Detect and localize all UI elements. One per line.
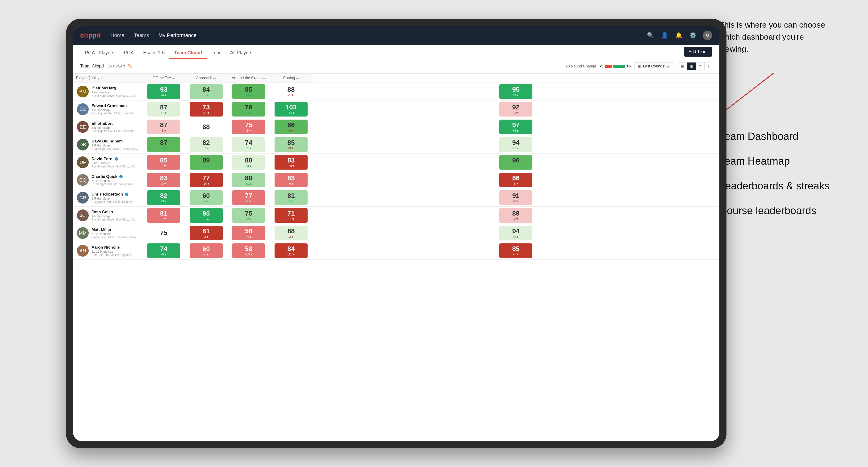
metric-value: 83 [160,175,167,181]
sort-arrow-tee[interactable]: — [172,76,175,80]
metric-box: 71 -11▼ [275,208,308,223]
heatmap-view-btn[interactable]: ▦ [687,63,696,70]
player-club: Gog Magog Golf Club, United Kingdom [92,147,139,151]
grid-view-btn[interactable]: ⊞ [678,63,687,70]
nav-teams[interactable]: Teams [134,32,149,38]
metric-box: 92 -3▼ [499,102,532,117]
metric-box: 94 +1▲ [499,137,532,152]
nav-my-performance[interactable]: My Performance [158,32,196,38]
metric-box: 77 -3▼ [232,190,265,205]
quality-cell: 74 +8▲ [143,242,185,260]
metric-box: 97 +5▲ [499,120,532,134]
settings-icon[interactable]: ⚙️ [689,31,697,40]
bell-icon[interactable]: 🔔 [675,31,683,40]
metric-value: 75 [245,210,252,217]
player-handicap: 6-10 Handicap [92,232,139,236]
sort-arrow-putting[interactable]: — [296,76,299,80]
player-name: Elliot Ebert [92,121,139,126]
table-row[interactable]: DF David Ford Plus Handicap Royal North … [73,154,719,171]
neg-bar [605,65,612,68]
metric-change: -6▼ [288,182,294,185]
col-player: Player Quality ▼ [73,73,143,83]
add-team-button[interactable]: Add Team [684,47,712,57]
pos-bar [613,65,625,68]
metric-value: 94 [512,228,519,235]
approach-cell: 58 +4▲ [227,224,270,242]
sort-arrow-green[interactable]: — [263,76,266,80]
nav-home[interactable]: Home [111,32,124,38]
dashboard-option[interactable]: Course leaderboards [719,205,861,217]
player-name: Josh Coles [92,210,139,214]
secondary-nav: PGAT Players PGA Hcaps 1-5 Team Clippd T… [73,45,719,59]
edit-icon[interactable]: ✏️ [128,64,132,68]
export-btn[interactable]: ↓ [705,63,712,70]
dashboard-option[interactable]: Team Dashboard [719,130,861,142]
top-nav: clippd Home Teams My Performance 🔍 👤 🔔 ⚙… [73,26,719,45]
metric-value: 80 [245,175,252,181]
quality-cell: 87 -3▼ [143,118,185,136]
tee-cell: 60 -1▼ [185,242,227,260]
metric-value: 89 [203,157,210,164]
tab-all-players[interactable]: All Players [225,50,257,59]
user-icon[interactable]: 👤 [660,31,669,40]
metric-box: 96 +3▲ [499,155,532,169]
approach-cell: 79 +9▲ [227,100,270,118]
table-row[interactable]: JC Josh Coles 1-5 Handicap Royal North D… [73,207,719,224]
tab-tour[interactable]: Tour [207,50,225,59]
table-row[interactable]: AN Aaron Nicholls 11-15 Handicap Drift G… [73,242,719,260]
view-buttons: ⊞ ▦ ≡ ↓ [678,62,712,70]
approach-cell: 85 +8▲ [227,83,270,100]
last-rounds-button[interactable]: ⊞ Last Rounds: 20 [634,62,674,70]
player-avatar: BM [77,86,89,97]
metric-value: 87 [160,122,167,128]
metric-value: 95 [512,86,519,93]
tab-hcaps[interactable]: Hcaps 1-5 [138,50,169,59]
player-name: Blair McHarg [92,86,139,91]
metric-box: 86 -6▼ [275,120,308,134]
metric-box: 84 -21▼ [275,243,308,258]
col-putting: Putting — [270,73,312,83]
metric-change: -1▼ [203,253,209,256]
metric-value: 82 [160,192,167,199]
metric-value: 85 [160,157,167,164]
metric-value: 91 [512,192,519,199]
metric-change: -3▼ [288,147,294,150]
tab-team-clippd[interactable]: Team Clippd [169,50,207,59]
search-icon[interactable]: 🔍 [646,31,655,40]
metric-box: 84 +6▲ [190,84,223,99]
table-row[interactable]: MM Matt Miller 6-10 Handicap Woburn Golf… [73,224,719,242]
sort-arrow-quality[interactable]: ▼ [100,76,103,80]
metric-value: 81 [160,210,167,217]
dashboard-option[interactable]: Leaderboards & streaks [719,180,861,192]
table-row[interactable]: EC Edward Crossman 1-5 Handicap Sunningd… [73,100,719,118]
table-row[interactable]: BM Blair McHarg Plus Handicap Royal Nort… [73,83,719,100]
avatar[interactable]: U [703,31,712,40]
logo: clippd [80,32,101,39]
metric-value: 80 [245,157,252,164]
table-row[interactable]: CR Chris Robertson 1-5 Handicap Craigmil… [73,189,719,207]
metric-box: 91 -3▼ [499,190,532,205]
table-row[interactable]: DB Dave Billingham 1-5 Handicap Gog Mago… [73,136,719,154]
dashboard-option[interactable]: Team Heatmap [719,155,861,167]
metric-box: 60 -1▼ [190,243,223,258]
metric-value: 96 [512,157,519,164]
table-row[interactable]: EE Elliot Ebert 1-5 Handicap Sunningdale… [73,118,719,136]
secondary-tabs: PGAT Players PGA Hcaps 1-5 Team Clippd T… [80,45,257,59]
table-row[interactable]: CQ Charlie Quick 6-10 Handicap St. Georg… [73,171,719,189]
metric-value: 95 [203,210,210,217]
metric-change: -11▼ [203,111,210,115]
green-cell: 83 -6▼ [270,171,312,189]
sort-arrow-approach[interactable]: — [213,76,216,80]
tab-pga[interactable]: PGA [119,50,138,59]
player-info: Edward Crossman 1-5 Handicap Sunningdale… [92,103,139,115]
metric-change: +7▲ [203,164,210,168]
metric-value: 83 [287,157,294,164]
list-view-btn[interactable]: ≡ [696,63,705,70]
quality-cell: 83 -3▼ [143,171,185,189]
tab-pgat-players[interactable]: PGAT Players [80,50,119,59]
metric-change: +4▲ [288,199,294,203]
metric-value: 58 [245,228,252,235]
metric-box: 82 +3▲ [147,190,180,205]
metric-change: -21▼ [287,253,295,256]
metric-change: +4▲ [245,235,252,239]
